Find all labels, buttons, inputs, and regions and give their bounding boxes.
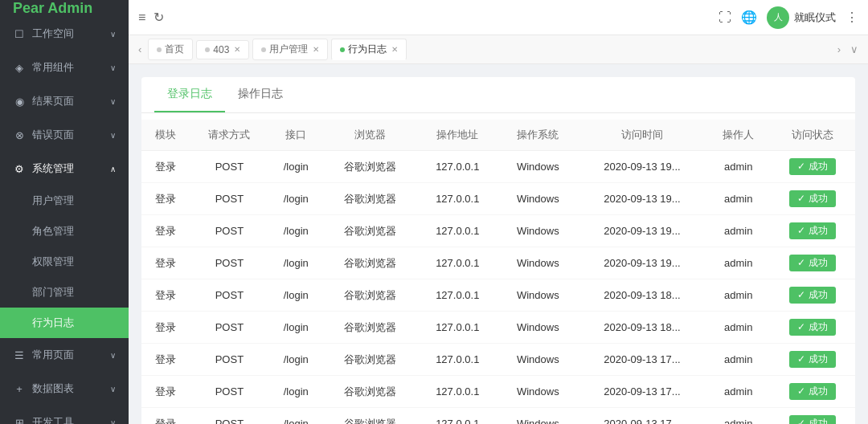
cell-operator: admin xyxy=(706,183,770,215)
table-row: 登录POST/login谷歌浏览器127.0.0.1Windows2020-09… xyxy=(141,408,855,425)
tab-behavior-log[interactable]: 行为日志 ✕ xyxy=(331,39,407,60)
sidebar: Pear Admin ☐ 工作空间 ∨ ◈ 常用组件 ∨ ◉ 结果页面 ∨ ⊗ … xyxy=(0,0,129,424)
cell-time: 2020-09-13 19... xyxy=(578,215,706,247)
sidebar-item-dev-tools[interactable]: ⊞ 开发工具 ∨ xyxy=(0,406,129,424)
sidebar-item-result[interactable]: ◉ 结果页面 ∨ xyxy=(0,84,129,118)
tab-menu-btn[interactable]: ∨ xyxy=(847,43,862,55)
tab-close-icon[interactable]: ✕ xyxy=(313,45,319,54)
tab-close-icon[interactable]: ✕ xyxy=(391,45,398,54)
sidebar-item-behavior-log[interactable]: 行为日志 xyxy=(0,308,129,338)
cell-os: Windows xyxy=(498,151,578,183)
cell-operator: admin xyxy=(706,247,770,279)
cell-api: /login xyxy=(268,215,323,247)
user-info[interactable]: 人 就眠仪式 xyxy=(767,6,836,29)
sidebar-subitem-label: 用户管理 xyxy=(32,194,74,206)
table-row: 登录POST/login谷歌浏览器127.0.0.1Windows2020-09… xyxy=(141,376,855,408)
sidebar-item-system[interactable]: ⚙ 系统管理 ∧ xyxy=(0,152,129,186)
system-icon: ⚙ xyxy=(13,163,26,175)
cell-browser: 谷歌浏览器 xyxy=(323,376,417,408)
cell-method: POST xyxy=(190,215,268,247)
main-card: 登录日志 操作日志 模块 请求方式 接口 浏览器 操作地址 xyxy=(141,77,855,424)
sidebar-item-label: 工作空间 xyxy=(32,26,74,41)
cell-operator: admin xyxy=(706,215,770,247)
components-icon: ◈ xyxy=(13,62,26,74)
cell-api: /login xyxy=(268,408,323,425)
tab-home[interactable]: 首页 xyxy=(148,39,193,60)
status-badge: ✓ 成功 xyxy=(789,351,835,368)
error-icon: ⊗ xyxy=(13,129,26,141)
globe-icon[interactable]: 🌐 xyxy=(741,10,757,25)
cell-os: Windows xyxy=(498,408,578,425)
cell-api: /login xyxy=(268,247,323,279)
cell-os: Windows xyxy=(498,376,578,408)
cell-module: 登录 xyxy=(141,408,190,425)
cell-browser: 谷歌浏览器 xyxy=(323,408,417,425)
tab-dot xyxy=(261,47,266,52)
cell-time: 2020-09-13 18... xyxy=(578,312,706,344)
cell-method: POST xyxy=(190,151,268,183)
sidebar-subitem-label: 权限管理 xyxy=(32,255,74,267)
refresh-icon[interactable]: ↻ xyxy=(154,10,164,25)
tab-prev-btn[interactable]: ‹ xyxy=(135,43,145,55)
table-wrap: 模块 请求方式 接口 浏览器 操作地址 操作系统 访问时间 操作人 访问状态 登… xyxy=(141,113,855,424)
cell-operator: admin xyxy=(706,279,770,312)
sidebar-item-common-pages[interactable]: ☰ 常用页面 ∨ xyxy=(0,338,129,372)
subtab-login-log[interactable]: 登录日志 xyxy=(154,77,225,112)
col-method: 请求方式 xyxy=(190,120,268,151)
sidebar-logo: Pear Admin xyxy=(0,0,129,17)
subtab-op-log[interactable]: 操作日志 xyxy=(225,77,296,112)
cell-method: POST xyxy=(190,312,268,344)
cell-browser: 谷歌浏览器 xyxy=(323,151,417,183)
cell-time: 2020-09-13 17... xyxy=(578,344,706,376)
cell-os: Windows xyxy=(498,312,578,344)
cell-module: 登录 xyxy=(141,344,190,376)
topbar-right: ⛶ 🌐 人 就眠仪式 ⋮ xyxy=(719,6,858,29)
cell-api: /login xyxy=(268,312,323,344)
sidebar-item-label: 错误页面 xyxy=(32,128,74,142)
cell-status: ✓ 成功 xyxy=(770,376,855,408)
cell-api: /login xyxy=(268,279,323,312)
tab-close-icon[interactable]: ✕ xyxy=(234,45,240,54)
cell-time: 2020-09-13 17... xyxy=(578,376,706,408)
sidebar-item-user-manage[interactable]: 用户管理 xyxy=(0,186,129,216)
cell-time: 2020-09-13 19... xyxy=(578,151,706,183)
cell-ip: 127.0.0.1 xyxy=(417,279,498,312)
table-row: 登录POST/login谷歌浏览器127.0.0.1Windows2020-09… xyxy=(141,312,855,344)
cell-operator: admin xyxy=(706,312,770,344)
sidebar-item-error[interactable]: ⊗ 错误页面 ∨ xyxy=(0,118,129,152)
tab-label: 首页 xyxy=(165,43,184,56)
cell-method: POST xyxy=(190,344,268,376)
fullscreen-icon[interactable]: ⛶ xyxy=(719,10,731,25)
tab-403[interactable]: 403 ✕ xyxy=(196,40,249,59)
sidebar-item-perm-manage[interactable]: 权限管理 xyxy=(0,247,129,277)
sidebar-item-role-manage[interactable]: 角色管理 xyxy=(0,216,129,247)
col-time: 访问时间 xyxy=(578,120,706,151)
cell-time: 2020-09-13 19... xyxy=(578,183,706,215)
sidebar-item-dept-manage[interactable]: 部门管理 xyxy=(0,277,129,308)
menu-icon[interactable]: ≡ xyxy=(138,10,145,25)
sidebar-item-workspace[interactable]: ☐ 工作空间 ∨ xyxy=(0,17,129,51)
cell-module: 登录 xyxy=(141,376,190,408)
sidebar-item-label: 开发工具 xyxy=(32,415,74,424)
cell-api: /login xyxy=(268,344,323,376)
col-status: 访问状态 xyxy=(770,120,855,151)
workspace-icon: ☐ xyxy=(13,28,26,40)
cell-status: ✓ 成功 xyxy=(770,344,855,376)
cell-ip: 127.0.0.1 xyxy=(417,215,498,247)
status-badge: ✓ 成功 xyxy=(789,287,835,304)
sidebar-item-data-charts[interactable]: + 数据图表 ∨ xyxy=(0,372,129,406)
cell-module: 登录 xyxy=(141,151,190,183)
more-icon[interactable]: ⋮ xyxy=(845,10,858,25)
tab-user-manage[interactable]: 用户管理 ✕ xyxy=(252,39,328,60)
sidebar-item-components[interactable]: ◈ 常用组件 ∨ xyxy=(0,51,129,84)
content-area: 登录日志 操作日志 模块 请求方式 接口 浏览器 操作地址 xyxy=(129,64,868,424)
cell-ip: 127.0.0.1 xyxy=(417,312,498,344)
cell-status: ✓ 成功 xyxy=(770,247,855,279)
col-ip: 操作地址 xyxy=(417,120,498,151)
tab-next-btn[interactable]: › xyxy=(834,43,844,55)
cell-status: ✓ 成功 xyxy=(770,312,855,344)
col-os: 操作系统 xyxy=(498,120,578,151)
subtabs: 登录日志 操作日志 xyxy=(141,77,855,113)
status-badge: ✓ 成功 xyxy=(789,319,835,336)
status-badge: ✓ 成功 xyxy=(789,190,835,207)
